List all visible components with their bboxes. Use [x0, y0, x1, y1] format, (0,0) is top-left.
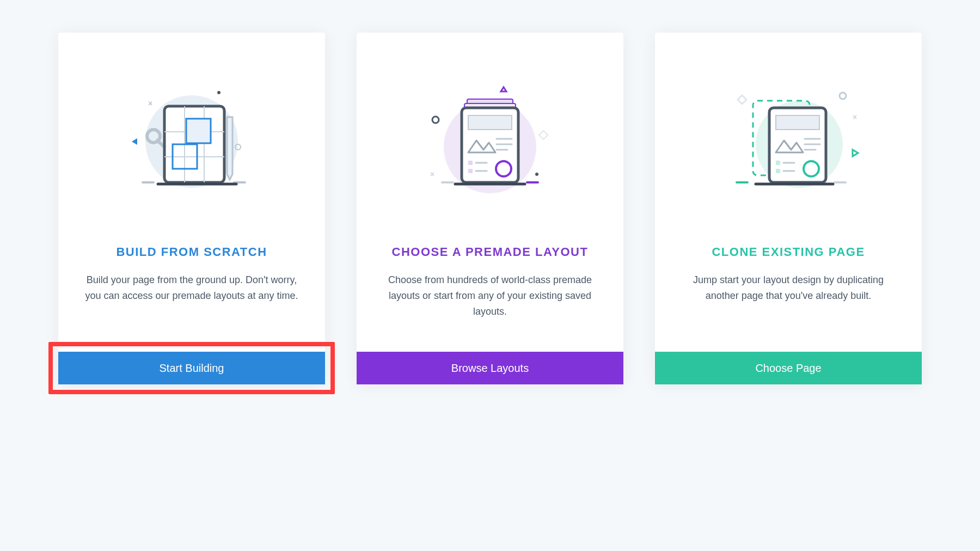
svg-point-36 — [840, 93, 846, 99]
card-description: Jump start your layout design by duplica… — [679, 272, 897, 304]
build-from-scratch-illustration: × — [115, 76, 268, 207]
svg-rect-25 — [468, 115, 512, 130]
svg-rect-42 — [776, 115, 819, 130]
svg-rect-13 — [186, 119, 211, 143]
svg-rect-48 — [776, 169, 780, 173]
card-title: CHOOSE A PREMADE LAYOUT — [392, 245, 589, 259]
start-building-button[interactable]: Start Building — [58, 352, 325, 384]
card-build-from-scratch: × — [58, 33, 325, 384]
svg-point-17 — [432, 117, 439, 123]
option-cards-container: × — [58, 33, 922, 384]
svg-point-19 — [535, 173, 538, 176]
card-title: BUILD FROM SCRATCH — [116, 245, 267, 259]
card-clone-page: × — [655, 33, 922, 384]
svg-text:×: × — [430, 170, 434, 179]
card-title: CLONE EXISTING PAGE — [712, 245, 865, 259]
svg-text:×: × — [148, 99, 152, 108]
card-content: × — [357, 33, 623, 352]
browse-layouts-button[interactable]: Browse Layouts — [357, 352, 623, 384]
svg-rect-46 — [776, 161, 780, 165]
svg-rect-31 — [468, 169, 473, 173]
clone-page-illustration: × — [712, 76, 865, 207]
card-content: × — [655, 33, 922, 352]
card-description: Build your page from the ground up. Don'… — [83, 272, 301, 304]
card-description: Choose from hundreds of world-class prem… — [381, 272, 599, 319]
card-premade-layout: × — [357, 33, 623, 384]
svg-point-2 — [217, 91, 220, 94]
svg-text:×: × — [853, 113, 857, 121]
choose-page-button[interactable]: Choose Page — [655, 352, 922, 384]
svg-rect-29 — [468, 161, 473, 165]
card-content: × — [58, 33, 325, 352]
premade-layout-illustration: × — [414, 76, 566, 207]
